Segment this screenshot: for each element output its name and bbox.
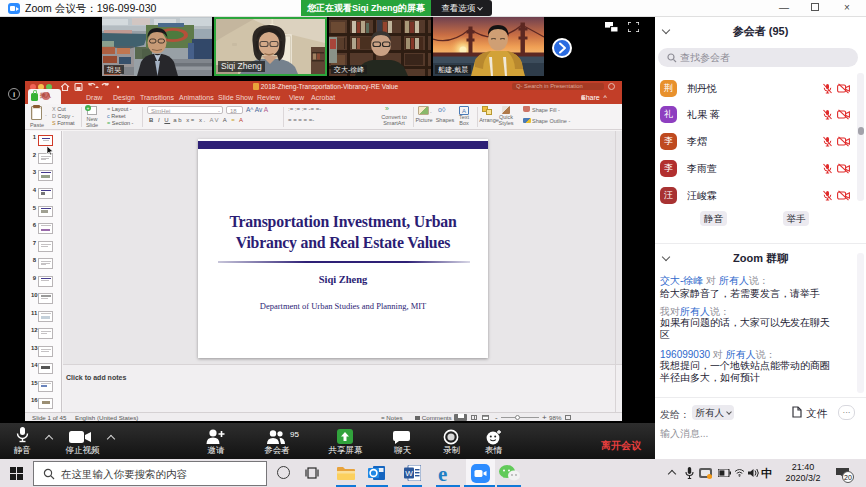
svg-text:W: W bbox=[405, 469, 413, 478]
